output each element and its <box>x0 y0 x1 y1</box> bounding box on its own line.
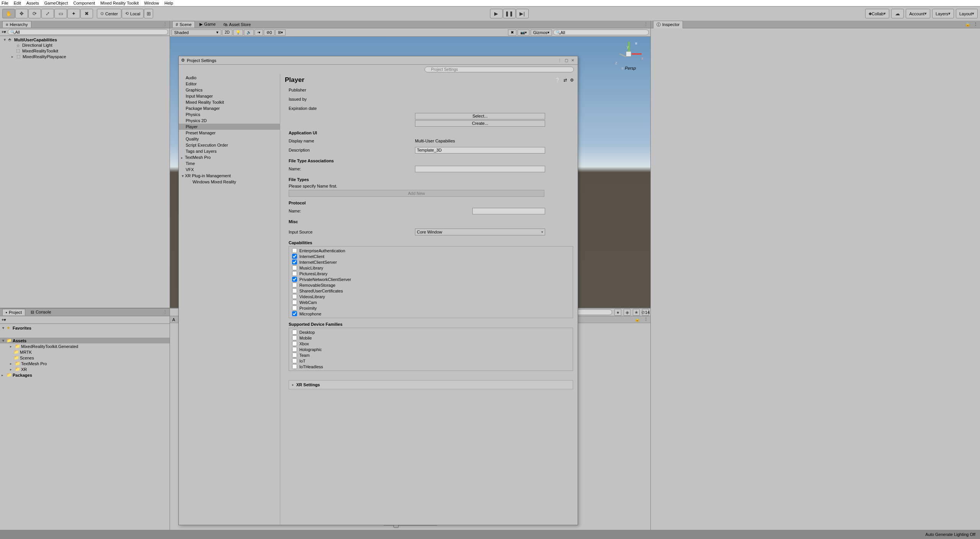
add-new-button[interactable]: Add New <box>289 190 544 197</box>
fx-dropdown[interactable]: ▫▾ <box>255 29 263 36</box>
pause-button[interactable]: ❚❚ <box>503 9 516 18</box>
asset-store-tab[interactable]: 🛍 Asset Store <box>220 21 254 28</box>
2d-toggle[interactable]: 2D <box>222 29 232 36</box>
cloud-button[interactable]: ☁ <box>891 9 904 18</box>
sidebar-item-physics2d[interactable]: Physics 2D <box>179 118 280 124</box>
layout-dropdown[interactable]: Layout ▾ <box>956 9 978 18</box>
project-tab[interactable]: ▪ Project <box>2 309 25 315</box>
snap-button[interactable]: ⊞ <box>144 9 153 18</box>
hierarchy-item[interactable]: ▸⬚MixedRealityPlayspace <box>0 54 170 59</box>
audio-toggle[interactable]: 🔊 <box>244 29 254 36</box>
panel-menu-icon[interactable]: ⋮ <box>973 22 978 27</box>
draw-mode-dropdown[interactable]: Shaded▾ <box>172 29 221 36</box>
device-family-item[interactable]: Holographic <box>290 346 572 352</box>
device-family-item[interactable]: IoT <box>290 358 572 364</box>
close-icon[interactable]: ✕ <box>570 58 575 63</box>
rotate-tool-button[interactable]: ⟳ <box>28 9 41 18</box>
pivot-local-button[interactable]: ⟲Local <box>122 9 144 18</box>
folder-item[interactable]: ▸📁XR <box>0 366 170 372</box>
menu-mrtk[interactable]: Mixed Reality Toolkit <box>100 1 139 5</box>
menu-gameobject[interactable]: GameObject <box>44 1 68 5</box>
sidebar-item-vfx[interactable]: VFX <box>179 167 280 173</box>
hierarchy-item[interactable]: ☼Directional Light <box>0 42 170 48</box>
sidebar-item-script-order[interactable]: Script Execution Order <box>179 142 280 148</box>
panel-menu-icon[interactable]: ⋮ <box>644 22 648 27</box>
create-dropdown[interactable]: +▾ <box>2 29 6 34</box>
sidebar-item-mrtk[interactable]: Mixed Reality Toolkit <box>179 99 280 105</box>
gear-icon[interactable]: ⚙ <box>570 78 574 83</box>
packages-folder[interactable]: ▸📁Packages <box>0 372 170 378</box>
maximize-icon[interactable]: ▢ <box>564 58 569 63</box>
menu-icon[interactable]: ⋮ <box>644 317 648 322</box>
account-dropdown[interactable]: Account ▾ <box>906 9 930 18</box>
sidebar-item-wmr[interactable]: Windows Mixed Reality <box>179 179 280 185</box>
folder-item[interactable]: 📁Scenes <box>0 355 170 361</box>
device-family-item[interactable]: Xbox <box>290 341 572 346</box>
create-cert-button[interactable]: Create... <box>415 120 545 127</box>
lock-icon[interactable]: 🔒 <box>635 317 640 322</box>
scene-tab[interactable]: # Scene <box>172 21 195 28</box>
project-settings-titlebar[interactable]: ⚙Project Settings ⋮ ▢ ✕ <box>179 56 578 65</box>
game-tab[interactable]: ▶ Game <box>196 21 219 28</box>
step-button[interactable]: ▶| <box>516 9 529 18</box>
sidebar-item-tmp[interactable]: ▸TextMesh Pro <box>179 154 280 160</box>
capability-checkbox[interactable] <box>292 248 297 253</box>
device-family-item[interactable]: Mobile <box>290 335 572 341</box>
capability-checkbox[interactable] <box>292 311 297 316</box>
menu-help[interactable]: Help <box>165 1 173 5</box>
grid-dropdown[interactable]: ⊞▾ <box>275 29 286 36</box>
device-family-checkbox[interactable] <box>292 347 297 352</box>
panel-menu-icon[interactable]: ⋮ <box>163 310 167 315</box>
capability-checkbox[interactable] <box>292 305 297 310</box>
sidebar-item-quality[interactable]: Quality <box>179 136 280 142</box>
capability-item[interactable]: WebCam <box>290 299 572 305</box>
pivot-center-button[interactable]: ⊙Center <box>97 9 121 18</box>
console-tab[interactable]: ⊟ Console <box>28 309 54 315</box>
device-family-checkbox[interactable] <box>292 364 297 369</box>
menu-file[interactable]: File <box>2 1 8 5</box>
folder-item[interactable]: ▸📁TextMesh Pro <box>0 361 170 366</box>
create-dropdown[interactable]: +▾ <box>2 317 6 322</box>
protocol-name-input[interactable] <box>472 208 545 214</box>
capability-checkbox[interactable] <box>292 277 297 282</box>
capability-item[interactable]: PrivateNetworkClientServer <box>290 276 572 282</box>
description-input[interactable] <box>415 147 545 154</box>
capability-item[interactable]: InternetClient <box>290 253 572 259</box>
sidebar-item-tags[interactable]: Tags and Layers <box>179 148 280 154</box>
move-tool-button[interactable]: ✥ <box>15 9 28 18</box>
favorites-item[interactable]: ▼★Favorites <box>0 325 170 331</box>
device-family-checkbox[interactable] <box>292 341 297 346</box>
capability-item[interactable]: SharedUserCertificates <box>290 288 572 294</box>
preset-icon[interactable]: ⇄ <box>564 78 567 83</box>
sidebar-item-graphics[interactable]: Graphics <box>179 87 280 93</box>
xr-settings-foldout[interactable]: ▸XR Settings <box>289 380 573 389</box>
filter-type-button[interactable]: ● <box>614 309 621 316</box>
window-menu-icon[interactable]: ⋮ <box>557 58 562 63</box>
menu-window[interactable]: Window <box>144 1 159 5</box>
capability-checkbox[interactable] <box>292 288 297 293</box>
device-family-checkbox[interactable] <box>292 358 297 363</box>
assets-folder[interactable]: ▼📁Assets <box>0 338 170 343</box>
lighting-toggle[interactable]: 💡 <box>233 29 243 36</box>
scene-search-input[interactable]: 🔍 All <box>553 29 649 35</box>
capability-item[interactable]: InternetClientServer <box>290 259 572 265</box>
sidebar-item-physics[interactable]: Physics <box>179 111 280 118</box>
capability-checkbox[interactable] <box>292 254 297 259</box>
capability-checkbox[interactable] <box>292 283 297 287</box>
custom-tool-button[interactable]: ✖ <box>80 9 93 18</box>
layers-dropdown[interactable]: Layers ▾ <box>932 9 954 18</box>
panel-menu-icon[interactable]: ⋮ <box>163 22 167 27</box>
gizmos-dropdown[interactable]: Gizmos ▾ <box>531 29 552 36</box>
play-button[interactable]: ▶ <box>490 9 503 18</box>
sidebar-item-preset[interactable]: Preset Manager <box>179 130 280 136</box>
sidebar-item-input[interactable]: Input Manager <box>179 93 280 99</box>
capability-item[interactable]: MusicLibrary <box>290 265 572 271</box>
tools-button[interactable]: ✖ <box>508 29 516 36</box>
hierarchy-search-input[interactable]: 🔍 All <box>8 29 168 35</box>
menu-component[interactable]: Component <box>73 1 95 5</box>
capability-item[interactable]: Proximity <box>290 305 572 311</box>
capability-item[interactable]: Microphone <box>290 311 572 317</box>
capability-item[interactable]: VideosLibrary <box>290 294 572 299</box>
file-assoc-name-input[interactable] <box>415 166 545 172</box>
settings-search-input[interactable] <box>425 67 574 72</box>
